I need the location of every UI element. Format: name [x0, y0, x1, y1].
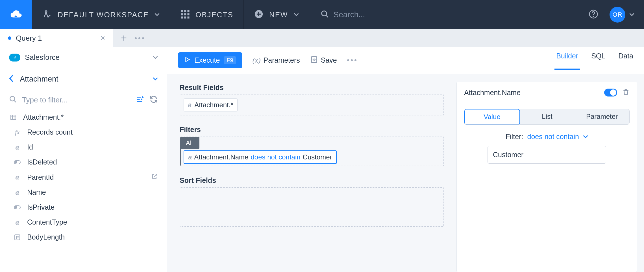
chevron-down-icon	[155, 12, 160, 17]
svg-point-14	[10, 96, 15, 101]
field-label: Name	[27, 188, 46, 196]
save-icon	[310, 56, 318, 65]
query-builder: Result Fields aAttachment.* Filters All …	[167, 74, 456, 272]
chevron-down-icon[interactable]	[153, 76, 158, 82]
filter-inspector: Attachment.Name Value List Parameter Fil…	[456, 82, 637, 272]
svg-rect-1	[181, 10, 183, 12]
app-logo[interactable]	[0, 0, 32, 29]
sort-fields-title: Sort Fields	[180, 176, 444, 185]
connection-label: Salesforce	[25, 53, 60, 62]
filter-label: Filter:	[506, 133, 523, 141]
sliders-icon[interactable]	[136, 95, 144, 105]
field-item[interactable]: aName	[0, 185, 167, 200]
field-label: IsDeleted	[27, 158, 57, 166]
svg-rect-20	[15, 235, 20, 240]
workspace-label: DEFAULT WORKSPACE	[58, 10, 149, 19]
filter-value-input[interactable]	[488, 146, 606, 164]
filter-field: Attachment.Name	[194, 153, 248, 161]
tab-builder[interactable]: Builder	[556, 52, 578, 69]
top-bar: DEFAULT WORKSPACE OBJECTS NEW OR	[0, 0, 644, 29]
svg-rect-15	[11, 115, 16, 120]
trash-icon[interactable]	[622, 88, 630, 97]
objects-button[interactable]: OBJECTS	[170, 0, 243, 29]
svg-rect-5	[184, 13, 186, 15]
execute-button[interactable]: Execute F9	[178, 52, 242, 68]
text-icon: a	[188, 101, 192, 109]
tab-sql[interactable]: SQL	[591, 52, 605, 69]
chevron-down-icon	[629, 12, 634, 17]
new-tab-button[interactable]: +	[121, 33, 127, 43]
filter-enabled-toggle[interactable]	[604, 89, 617, 96]
chevron-down-icon	[294, 12, 299, 17]
chevron-down-icon	[153, 55, 158, 60]
field-filter-input[interactable]	[22, 96, 131, 104]
new-button[interactable]: NEW	[244, 0, 309, 29]
search-icon	[9, 95, 17, 104]
connection-selector[interactable]: sf Salesforce	[0, 47, 167, 68]
more-icon[interactable]	[347, 59, 356, 61]
object-navigator[interactable]: Attachment	[0, 68, 167, 90]
sort-fields-dropzone[interactable]	[180, 187, 444, 227]
field-item[interactable]: aId	[0, 140, 167, 155]
refresh-icon[interactable]	[149, 95, 158, 105]
svg-point-19	[15, 206, 17, 209]
workspace-icon	[42, 9, 52, 20]
field-item[interactable]: aParentId	[0, 170, 167, 185]
field-item[interactable]: BodyLength	[0, 230, 167, 245]
text-icon: a	[13, 143, 21, 151]
operator-selector[interactable]: Filter: does not contain	[464, 133, 630, 141]
tab-strip: Query 1 × +	[0, 29, 644, 47]
tab-more-icon[interactable]	[135, 37, 144, 39]
field-item[interactable]: aContentType	[0, 215, 167, 230]
result-fields-dropzone[interactable]: aAttachment.*	[180, 95, 444, 115]
workspace-selector[interactable]: DEFAULT WORKSPACE	[32, 0, 170, 29]
tab-data[interactable]: Data	[618, 52, 633, 69]
svg-rect-6	[187, 13, 189, 15]
field-label: Attachment.*	[23, 113, 64, 121]
field-item[interactable]: IsPrivate	[0, 200, 167, 215]
svg-rect-3	[187, 10, 189, 12]
text-icon: a	[13, 188, 21, 196]
filters-title: Filters	[180, 126, 444, 134]
value-mode-segment: Value List Parameter	[464, 109, 630, 125]
svg-point-11	[321, 11, 327, 16]
external-link-icon[interactable]	[151, 173, 158, 181]
field-label: ParentId	[27, 173, 54, 181]
svg-rect-7	[181, 17, 183, 19]
field-item[interactable]: Attachment.*	[0, 110, 167, 125]
segment-list[interactable]: List	[520, 109, 575, 124]
field-item[interactable]: IsDeleted	[0, 155, 167, 170]
objects-label: OBJECTS	[195, 10, 233, 19]
plus-circle-icon	[254, 9, 264, 20]
operator-value: does not contain	[527, 133, 579, 141]
field-item[interactable]: fxRecords count	[0, 125, 167, 140]
search-input[interactable]	[334, 10, 447, 19]
result-fields-title: Result Fields	[180, 84, 444, 92]
svg-rect-8	[184, 17, 186, 19]
query-tab[interactable]: Query 1 ×	[0, 29, 113, 47]
user-menu[interactable]: OR	[610, 7, 634, 23]
field-label: Records count	[27, 128, 73, 136]
filters-dropzone[interactable]: All a Attachment.Name does not contain C…	[180, 137, 444, 166]
content-toolbar: Execute F9 (x) Parameters Save Builder S…	[167, 47, 644, 74]
filter-chip[interactable]: a Attachment.Name does not contain Custo…	[184, 150, 337, 164]
save-button[interactable]: Save	[310, 56, 337, 65]
segment-parameter[interactable]: Parameter	[575, 109, 629, 124]
boolean-icon	[13, 159, 21, 166]
parameters-button[interactable]: (x) Parameters	[253, 56, 300, 65]
result-field-chip[interactable]: aAttachment.*	[184, 98, 238, 111]
chevron-left-icon[interactable]	[9, 74, 14, 84]
close-icon[interactable]: ×	[101, 34, 105, 43]
field-label: ContentType	[27, 218, 67, 226]
execute-shortcut: F9	[224, 56, 236, 64]
segment-value[interactable]: Value	[464, 109, 520, 125]
help-icon[interactable]	[589, 9, 598, 20]
filter-group-tag[interactable]: All	[180, 137, 199, 149]
avatar: OR	[610, 7, 625, 23]
fx-icon: fx	[13, 129, 21, 136]
parameters-label: Parameters	[264, 56, 300, 64]
grid-icon	[180, 9, 190, 20]
salesforce-icon: sf	[9, 54, 20, 62]
global-search[interactable]	[309, 10, 589, 19]
svg-rect-4	[181, 13, 183, 15]
